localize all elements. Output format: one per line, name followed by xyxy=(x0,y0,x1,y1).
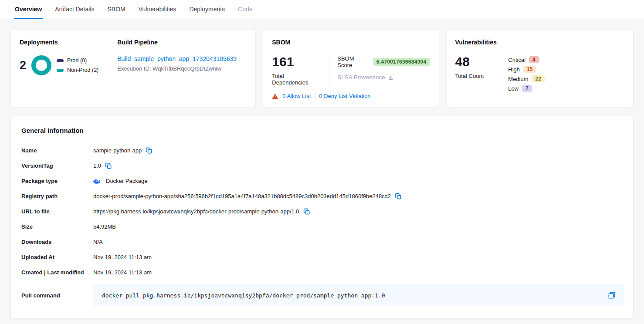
slsa-provenance-label: SLSA Provenance xyxy=(337,74,385,81)
info-value: Docker Package xyxy=(93,178,147,184)
build-pipeline-title: Build Pipeline xyxy=(117,39,247,46)
severity-list: Critical 4 High 15 Medium 22 Low 7 xyxy=(508,55,545,92)
name-value: sample-python-app xyxy=(93,147,142,154)
execution-id: Execution ID: WqkTiIbBRqecQrpDtZwniw xyxy=(117,65,247,72)
pull-command-row: Pull command docker pull pkg.harness.io/… xyxy=(21,284,624,306)
tab-deployments[interactable]: Deployments xyxy=(188,0,226,19)
legend-label: Non-Prod (2) xyxy=(67,67,98,73)
severity-label: Low xyxy=(508,85,519,92)
vulnerabilities-card-title: Vulnerabilities xyxy=(455,39,624,46)
info-row-package-type: Package type Docker Package xyxy=(21,173,624,189)
tab-artifact-details[interactable]: Artifact Details xyxy=(54,0,95,19)
pull-command-block: docker pull pkg.harness.io/ikpsjoavtcwxn… xyxy=(93,284,624,306)
info-value: sample-python-app xyxy=(93,147,153,154)
sbom-card-title: SBOM xyxy=(272,39,430,46)
severity-label: Critical xyxy=(508,57,525,63)
vulnerabilities-total-label: Total Count xyxy=(455,73,484,79)
downloads-value: N/A xyxy=(93,239,103,245)
sbom-score-label: SBOM Score xyxy=(337,55,369,68)
url-value: https://pkg.harness.io/ikpsjoavtcwxnqisy… xyxy=(93,208,299,215)
slsa-provenance-link[interactable]: SLSA Provenance xyxy=(337,74,430,81)
severity-label: High xyxy=(508,66,520,73)
tab-vulnerabilities[interactable]: Vulnerabilities xyxy=(138,0,177,19)
size-value: 54.92MB xyxy=(93,223,116,230)
deployments-legend: Prod (0) Non-Prod (2) xyxy=(57,57,98,73)
created-modified-value: Nov 19, 2024 11:13 am xyxy=(93,269,152,276)
uploaded-at-value: Nov 19, 2024 11:13 am xyxy=(93,254,152,260)
severity-count-badge: 4 xyxy=(529,56,539,63)
severity-row-medium: Medium 22 xyxy=(508,75,545,82)
warning-icon xyxy=(272,93,278,99)
info-label: Package type xyxy=(21,178,93,184)
docker-icon xyxy=(93,178,101,184)
legend-item-prod: Prod (0) xyxy=(57,57,98,64)
deny-list-link[interactable]: 0 Deny List Violation xyxy=(319,93,370,99)
deployments-total: 2 xyxy=(20,59,26,72)
info-row-name: Name sample-python-app xyxy=(21,143,624,158)
divider xyxy=(315,93,315,99)
info-label: Version/Tag xyxy=(21,162,93,169)
severity-row-low: Low 7 xyxy=(508,85,545,92)
copy-icon[interactable] xyxy=(105,162,112,169)
general-information-card: General Information Name sample-python-a… xyxy=(10,116,634,319)
copy-icon[interactable] xyxy=(395,193,402,200)
tab-bar: Overview Artifact Details SBOM Vulnerabi… xyxy=(0,0,644,19)
version-value: 1.0 xyxy=(93,162,101,169)
tab-overview[interactable]: Overview xyxy=(14,0,43,19)
info-row-size: Size 54.92MB xyxy=(21,219,624,234)
info-label: Created | Last modified xyxy=(21,269,93,276)
info-value: docker-prod/sample-python-app/sha256:596… xyxy=(93,193,402,200)
registry-path-value: docker-prod/sample-python-app/sha256:596… xyxy=(93,193,391,199)
copy-icon[interactable] xyxy=(146,147,153,154)
sbom-card: SBOM 161 Total Dependencies SBOM Score 6… xyxy=(263,30,439,107)
info-label: Name xyxy=(21,147,93,154)
info-value: 1.0 xyxy=(93,162,112,169)
package-type-value: Docker Package xyxy=(106,178,147,184)
vulnerabilities-total: 48 xyxy=(455,55,484,68)
severity-row-high: High 15 xyxy=(508,66,545,73)
deployments-card: Deployments 2 Prod (0) Non-Prod (2) Buil… xyxy=(10,30,256,107)
deployments-donut-chart xyxy=(31,55,51,75)
pull-command-label: Pull command xyxy=(21,292,93,299)
download-icon xyxy=(388,74,394,81)
nonprod-swatch-icon xyxy=(57,69,64,72)
info-label: Downloads xyxy=(21,239,93,245)
info-row-created-modified: Created | Last modified Nov 19, 2024 11:… xyxy=(21,265,624,280)
info-row-registry-path: Registry path docker-prod/sample-python-… xyxy=(21,189,624,204)
pull-command-text: docker pull pkg.harness.io/ikpsjoavtcwxn… xyxy=(102,292,385,299)
sbom-total-label: Total Dependencies xyxy=(272,73,321,86)
legend-item-nonprod: Non-Prod (2) xyxy=(57,67,98,73)
allow-list-link[interactable]: 0 Allow List xyxy=(282,93,311,99)
info-label: URL to file xyxy=(21,208,93,215)
sbom-total: 161 xyxy=(272,55,321,68)
sbom-score-badge: 6.470017636684304 xyxy=(373,58,430,66)
prod-swatch-icon xyxy=(57,59,64,62)
severity-count-badge: 7 xyxy=(522,85,532,92)
summary-cards-row: Deployments 2 Prod (0) Non-Prod (2) Buil… xyxy=(0,19,644,116)
legend-label: Prod (0) xyxy=(67,57,87,64)
info-label: Size xyxy=(21,223,93,230)
info-label: Registry path xyxy=(21,193,93,199)
general-information-title: General Information xyxy=(21,127,624,134)
severity-count-badge: 15 xyxy=(523,66,536,73)
copy-icon[interactable] xyxy=(608,291,616,299)
tab-code: Code xyxy=(237,0,253,19)
info-label: Uploaded At xyxy=(21,254,93,260)
info-value: https://pkg.harness.io/ikpsjoavtcwxnqisy… xyxy=(93,208,310,215)
severity-count-badge: 22 xyxy=(532,75,545,82)
copy-icon[interactable] xyxy=(303,208,310,215)
severity-label: Medium xyxy=(508,76,528,82)
vulnerabilities-card: Vulnerabilities 48 Total Count Critical … xyxy=(446,30,634,107)
info-row-url: URL to file https://pkg.harness.io/ikpsj… xyxy=(21,204,624,219)
info-row-downloads: Downloads N/A xyxy=(21,234,624,250)
tab-sbom[interactable]: SBOM xyxy=(107,0,126,19)
info-row-version: Version/Tag 1.0 xyxy=(21,158,624,173)
deployments-card-title: Deployments xyxy=(20,39,117,46)
severity-row-critical: Critical 4 xyxy=(508,56,545,63)
pipeline-link[interactable]: Build_sample_python_app_1732043105639 xyxy=(117,55,237,62)
info-row-uploaded-at: Uploaded At Nov 19, 2024 11:13 am xyxy=(21,250,624,265)
